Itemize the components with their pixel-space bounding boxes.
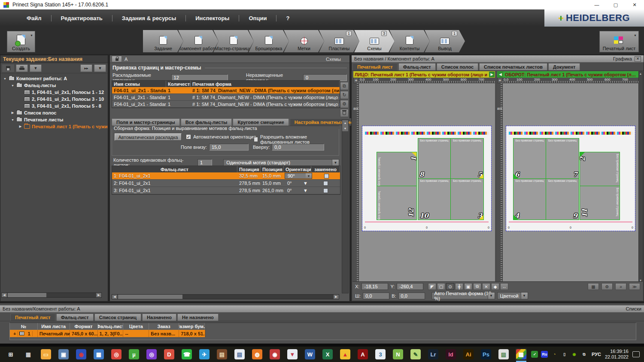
language-indicator[interactable]: РУС <box>592 352 601 357</box>
page-slot-12[interactable]: Без привязки страниц 12 <box>377 186 417 220</box>
scroll-up-icon[interactable]: ▲ <box>342 120 348 126</box>
podcast-icon[interactable]: ◎ <box>146 349 157 360</box>
schema-tab[interactable]: Круговое смещение <box>233 118 289 126</box>
graphics-tab[interactable]: Печатный лист <box>352 63 398 70</box>
settings-button[interactable]: ⚙ <box>601 283 613 290</box>
margin-bottom-input[interactable]: 15,0 <box>209 144 249 151</box>
page-slot-11[interactable]: Без привязки страниц 11 <box>580 186 620 220</box>
press-sheet-button[interactable]: Печатный лист ▼ <box>599 31 639 52</box>
graphics-tab[interactable]: Список печатных листов <box>479 63 547 70</box>
schema-tab[interactable]: Поля и мастер-страницы <box>112 118 180 126</box>
sheet-dropdown-icon[interactable]: ▼ <box>634 34 637 37</box>
tree-item[interactable]: ▼ Фальц-листы <box>0 82 108 89</box>
camera-red-icon[interactable]: ◎ <box>111 349 122 360</box>
lists-tab[interactable]: Назначено <box>142 314 176 321</box>
whatsapp-icon[interactable]: ☎ <box>181 349 192 360</box>
measure-tool-icon[interactable]: ↔ <box>500 283 508 290</box>
next-arrow-icon[interactable]: ▶ <box>489 72 495 77</box>
zoom-tool-icon[interactable]: ⊙ <box>446 283 454 290</box>
leaf-icon[interactable]: N <box>392 349 404 360</box>
graphics-tab[interactable]: Документ <box>548 63 580 70</box>
lists-tab[interactable]: Фальц-лист <box>56 314 94 321</box>
press-sheet-row[interactable]: +1 Печатный ли... 745,0 x 60... 1, 2, 3(… <box>10 330 205 337</box>
back-sheet[interactable]: Без привязки страниц 6 Без привязки стра… <box>506 126 635 231</box>
scroll-down-icon[interactable]: ▼ <box>342 126 348 131</box>
x-input[interactable]: -18,15 <box>361 283 388 290</box>
page-slot-7[interactable]: Без привязки страниц 7 <box>546 138 579 179</box>
expand-all-button[interactable]: ▸▸ <box>80 64 92 72</box>
expander-icon[interactable]: ▼ <box>3 77 7 80</box>
width-input[interactable]: 0,0 <box>363 293 389 299</box>
schema-horizontal-scrollbar[interactable]: ◀ ▶ <box>112 294 339 299</box>
2: F04-01_ui_2x1[interactable]: 2: F04-01_ui_2x1 278,5 mm 15,0 mm 0°▼ <box>112 180 340 187</box>
print-button[interactable] <box>16 64 28 72</box>
preview-scroll-strip[interactable]: ▲▼ <box>638 71 643 283</box>
utorrent-icon[interactable]: µ <box>128 349 140 360</box>
tree-item[interactable]: 3, F04-01_ui_2x1, Полосы 5 - 8 <box>0 103 108 109</box>
page-slot-2[interactable]: Без привязки страниц 2 <box>580 152 620 186</box>
forward-button[interactable]: ≫ <box>629 283 640 290</box>
dropdown-arrow-icon[interactable]: ▼ <box>332 160 339 166</box>
menu-item[interactable]: Инспекторы <box>185 15 239 21</box>
menu-item[interactable]: Задания & ресурсы <box>112 15 185 21</box>
orientation-cell[interactable]: 90°▼ <box>285 173 312 179</box>
orientation-cell[interactable]: 0°▼ <box>284 180 311 187</box>
notification-center-icon[interactable] <box>632 351 640 357</box>
menu-item[interactable]: ? <box>276 15 299 21</box>
tree-item[interactable]: ▼ Компонент работы: А <box>0 75 108 82</box>
page-slot-3[interactable]: Без привязки страниц 3 <box>450 178 484 220</box>
crop-tool-icon[interactable]: ▣ <box>464 283 472 290</box>
F04-01_ui_2x1 - Standard[interactable]: F04-01_ui_2x1 - Standard 1 # 1: SM 74_Di… <box>112 101 340 108</box>
allow-nesting-checkbox[interactable] <box>254 137 258 142</box>
schema-vertical-scrollbar[interactable]: ▲ ▼ <box>342 120 349 293</box>
tree-horizontal-scrollbar[interactable]: ◀ ▶ <box>1 293 102 298</box>
scroll-thumb[interactable] <box>118 295 182 299</box>
tree-dropdown-button[interactable]: ▼ <box>30 64 42 72</box>
height-input[interactable]: 0,0 <box>398 293 425 299</box>
duplicate-button[interactable]: ⧉ <box>340 82 349 90</box>
close-panel-button[interactable]: ✕ <box>635 56 641 62</box>
page-slot-1[interactable]: Без привязки страниц 1 <box>377 152 417 186</box>
explorer-icon[interactable]: ▭ <box>40 349 52 360</box>
prev-arrow-icon[interactable]: ◀ <box>498 72 503 77</box>
expander-icon[interactable]: ▼ <box>11 118 15 121</box>
openvpn-icon[interactable]: ◍ <box>252 349 263 360</box>
tree-item[interactable]: 2, F04-01_ui_2x1, Полосы 3 - 10 <box>0 96 108 103</box>
illustrator-icon[interactable]: Ai <box>463 349 474 360</box>
delete-button[interactable] <box>340 109 349 117</box>
expand-row-icon[interactable]: + <box>12 331 18 336</box>
winrar-icon[interactable]: ▤ <box>216 349 228 360</box>
frame-select-tool-icon[interactable]: ▢ <box>437 283 445 290</box>
antivirus-icon[interactable]: ✓ <box>531 351 538 358</box>
barcode-button[interactable]: ▦ <box>588 283 599 290</box>
photoshop-icon[interactable]: Ps <box>480 349 492 360</box>
workflow-step[interactable]: Контенты <box>389 30 430 52</box>
clock[interactable]: 16:39:16 22.01.2022 <box>605 349 629 360</box>
motif-dropdown[interactable]: Одиночный мотив (стандарт) ▼ <box>223 159 339 166</box>
margin-top-input[interactable]: 0,0 <box>272 144 324 151</box>
task-view-icon[interactable]: ▦ <box>23 349 34 360</box>
chrome-dev-icon[interactable]: D <box>164 349 175 360</box>
schema-tab[interactable]: Все фальц-листы <box>181 118 232 126</box>
create-dropdown-icon[interactable]: ▼ <box>30 34 33 37</box>
replaced-checkbox[interactable] <box>323 188 328 193</box>
menu-item[interactable]: Опции <box>239 15 276 21</box>
corel-icon[interactable]: ▲ <box>340 349 351 360</box>
page-slot-9[interactable]: Без привязки страниц 9 <box>546 178 579 220</box>
workflow-step[interactable]: 3 Схемы <box>354 30 395 52</box>
pages-tool-icon[interactable]: ⧉ <box>473 283 481 290</box>
graphics-tab[interactable]: Фальц-лист <box>398 63 436 70</box>
ball-icon[interactable]: ◉ <box>76 349 87 360</box>
prinect-taskbar-icon[interactable]: ▦ <box>516 349 527 360</box>
lightroom-icon[interactable]: Lr <box>428 349 439 360</box>
scroll-thumb[interactable] <box>8 293 46 297</box>
pan-tool-icon[interactable]: ╋ <box>455 283 463 290</box>
close-button[interactable]: ✕ <box>625 0 644 9</box>
lists-tab[interactable]: Не назначено <box>177 314 219 321</box>
scroll-left-icon[interactable]: ◀ <box>112 295 117 299</box>
fit-width-button[interactable]: » <box>615 283 626 290</box>
nvidia-icon[interactable]: ◉ <box>571 351 578 358</box>
notepad-icon[interactable]: ▤ <box>234 349 245 360</box>
scroll-right-icon[interactable]: ▶ <box>334 295 339 299</box>
minimize-button[interactable]: — <box>587 0 606 9</box>
